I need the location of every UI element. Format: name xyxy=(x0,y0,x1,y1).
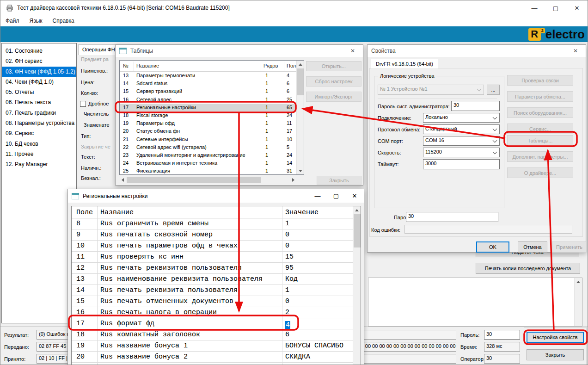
sidebar-item[interactable]: 01. Состояние xyxy=(2,46,76,56)
regional-row[interactable]: 13Rus наименование реквизита пользовател… xyxy=(72,274,354,285)
col-number[interactable]: № xyxy=(123,63,129,68)
regional-row[interactable]: 9Rus печатать сквозной номер0 xyxy=(72,229,354,241)
apply-button[interactable]: Применить xyxy=(552,241,587,253)
sidebar-item[interactable]: 08. Параметры устройства xyxy=(2,118,76,128)
table-row[interactable]: 16Сетевой адрес125 xyxy=(120,96,297,104)
scroll-right-icon[interactable] xyxy=(292,178,294,182)
close-app-button[interactable]: Закрыть xyxy=(527,349,584,360)
tables-hscrollbar[interactable] xyxy=(119,176,297,183)
prop-button-3[interactable]: Сервис... xyxy=(507,124,573,134)
regional-row[interactable]: 14Rus печать реквизита пользователя1 xyxy=(72,285,354,296)
table-row[interactable]: 22Сетевой адрес wifi (устарела)15 xyxy=(120,143,297,151)
prop-button-tables[interactable]: Таблицы... xyxy=(507,135,573,146)
prop-button-5[interactable]: Дополнит. параметры... xyxy=(507,151,573,162)
close-icon[interactable]: ✕ xyxy=(566,0,588,15)
sidebar-item[interactable]: 06. Печать текста xyxy=(2,97,76,107)
admin-password-label: Пароль сист. администратора: xyxy=(378,104,450,109)
sidebar-item[interactable]: 11. Прочее xyxy=(2,149,76,159)
sidebar-item[interactable]: 09. Сервис xyxy=(2,128,76,138)
maximize-icon[interactable]: ▢ xyxy=(545,0,566,15)
table-row[interactable]: 14Sdcard status16 xyxy=(120,80,297,87)
prop-button-2[interactable]: Поиск оборудования... xyxy=(507,107,573,118)
tables-close-button[interactable]: Закрыть xyxy=(317,176,361,185)
operator-field[interactable]: 30 xyxy=(484,354,520,364)
col-rows[interactable]: Рядов xyxy=(263,63,278,68)
regional-row[interactable]: 17Rus формат фд4 xyxy=(72,318,354,329)
table-row[interactable]: 25Фискализация131 xyxy=(120,167,297,175)
prop-button-1[interactable]: Параметры обмена... xyxy=(507,91,573,102)
tables-side-button[interactable]: Импорт/Экспорт xyxy=(306,92,361,102)
sidebar-item[interactable]: 03. ФН чеки (ФФД 1.05-1.2) xyxy=(2,67,76,77)
tab-operations-fn[interactable]: Операции ФН xyxy=(78,44,118,55)
table-row[interactable]: 23Удаленный мониторинг и администрирован… xyxy=(120,151,297,159)
dialog-password-input[interactable]: 30 xyxy=(406,212,498,222)
scroll-up-icon[interactable] xyxy=(299,63,302,66)
sidebar-item[interactable]: 10. БД чеков xyxy=(2,139,76,149)
minimize-icon[interactable]: — xyxy=(524,0,545,15)
scroll-up-icon[interactable] xyxy=(355,209,359,211)
com-port-select[interactable]: COM 16 xyxy=(423,136,500,146)
sidebar-item[interactable]: 02. ФН сервис xyxy=(2,56,76,66)
prop-button-0[interactable]: Проверка связи xyxy=(507,75,573,86)
cancel-button[interactable]: Отмена xyxy=(518,241,547,253)
minimize-icon[interactable]: — xyxy=(308,189,327,203)
table-row[interactable]: 17Региональные настройки165 xyxy=(120,104,297,111)
regional-row[interactable]: 19Rus название бонуса 1БОНУСЫ СПАСИБО xyxy=(72,340,354,352)
tables-vscrollbar[interactable] xyxy=(296,61,304,174)
device-select[interactable]: № 1 Устройство №1 xyxy=(378,85,484,95)
regional-row[interactable]: 18Rus компактный заголовок6 xyxy=(72,329,354,340)
sidebar-item[interactable]: 04. Чеки (ФФД 1.0) xyxy=(2,77,76,87)
speed-select[interactable]: 115200 xyxy=(423,148,500,157)
close-icon[interactable]: ✕ xyxy=(345,189,364,203)
admin-password-input[interactable]: 30 xyxy=(451,101,500,111)
log-textarea[interactable] xyxy=(368,278,582,327)
table-row[interactable]: 15Сервер транзакций16 xyxy=(120,87,297,95)
device-more-button[interactable]: ... xyxy=(487,85,500,95)
sidebar-item[interactable]: 05. Отчеты xyxy=(2,87,76,97)
menu-language[interactable]: Язык xyxy=(24,18,48,24)
regional-row[interactable]: 16Rus печать налога в операции2 xyxy=(72,307,354,318)
table-row[interactable]: 18Fiscal storage124 xyxy=(120,111,297,119)
scroll-down-icon[interactable] xyxy=(299,170,302,172)
password-input[interactable]: 30 xyxy=(484,330,520,340)
menu-help[interactable]: Справка xyxy=(48,18,80,24)
regional-window: Региональные настройки — ▢ ✕ Поле Назван… xyxy=(67,189,364,365)
fraction-checkbox[interactable] xyxy=(80,101,86,107)
regional-row[interactable]: 15Rus печать отмененных документов0 xyxy=(72,296,354,307)
table-row[interactable]: 13Параметры термопечати14 xyxy=(120,72,297,80)
close-icon[interactable]: ✕ xyxy=(565,45,586,57)
brand-logo: R 2 electro xyxy=(528,28,585,41)
tables-side-button[interactable]: Сброс настроек xyxy=(306,76,361,87)
protocol-select[interactable]: Стандартный xyxy=(423,124,500,134)
tab-drvfr[interactable]: DrvFR v6.18.0.15 (64-bit) xyxy=(371,59,438,68)
regional-row[interactable]: 10Rus печать параметров офд в чеках0 xyxy=(72,241,354,252)
table-row[interactable]: 21Сетевые интерфейсы110 xyxy=(120,136,297,143)
table-row[interactable]: 24Встраиваемая и интернет техника114 xyxy=(120,159,297,167)
close-icon[interactable]: ✕ xyxy=(343,45,363,57)
chevron-down-icon xyxy=(493,127,497,131)
regional-row[interactable]: 11Rus проверять кс инн15 xyxy=(72,252,354,263)
table-row[interactable]: 19Параметры офд111 xyxy=(120,119,297,127)
chevron-down-icon xyxy=(493,150,497,155)
tables-side-button[interactable]: Открыть... xyxy=(306,61,361,71)
regional-row[interactable]: 12Rus печать реквизитов пользователя95 xyxy=(72,263,354,274)
settings-button[interactable]: Настройка свойств xyxy=(527,332,584,343)
scroll-left-icon[interactable] xyxy=(122,178,124,182)
scroll-up-icon[interactable] xyxy=(576,281,580,283)
sidebar-item[interactable]: 07. Печать графики xyxy=(2,108,76,118)
regional-vscrollbar[interactable] xyxy=(353,206,361,365)
ok-button[interactable]: OK xyxy=(476,241,509,253)
regional-row[interactable]: 20Rus название бонуса 2СКИДКА xyxy=(72,352,354,363)
menu-file[interactable]: Файл xyxy=(0,18,24,24)
maximize-icon[interactable]: ▢ xyxy=(327,189,345,203)
sent-label: Передано: xyxy=(4,344,29,350)
col-name[interactable]: Название xyxy=(136,63,159,68)
password-label: Пароль: xyxy=(460,332,479,338)
sidebar-item[interactable]: 12. Pay Manager xyxy=(2,159,76,169)
prop-button-6[interactable]: О драйвере... xyxy=(507,167,573,178)
timeout-input[interactable]: 3000 xyxy=(423,159,500,169)
connection-select[interactable]: Локально xyxy=(423,113,500,123)
regional-row[interactable]: 8Rus ограничить время смены1 xyxy=(72,218,354,229)
print-copy-button[interactable]: Печать копии последнего документа xyxy=(476,263,580,274)
table-row[interactable]: 20Статус обмена фн117 xyxy=(120,127,297,135)
